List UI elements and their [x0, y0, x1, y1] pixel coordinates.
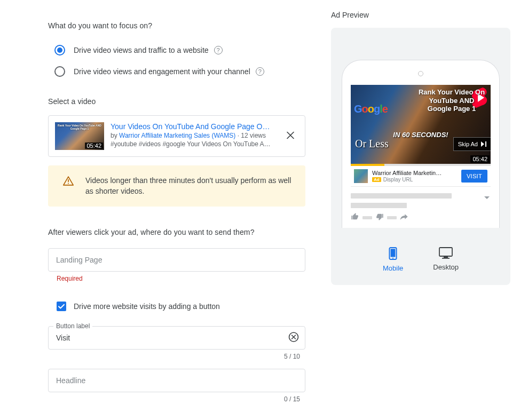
headline-counter: 0 / 15 — [48, 395, 300, 403]
skip-ad-button[interactable]: Skip Ad — [453, 137, 491, 151]
preview-video: Google Rank Your Video On YouTube AND Go… — [351, 85, 491, 164]
destination-heading: After viewers click your ad, where do yo… — [48, 228, 305, 236]
help-icon[interactable]: ? — [214, 46, 223, 54]
skeleton-pill — [362, 216, 372, 219]
preview-overlay-sub2: Or Less — [355, 138, 389, 150]
focus-option-traffic[interactable]: Drive video views and traffic to a websi… — [48, 39, 305, 61]
preview-cta-button[interactable]: VISIT — [461, 170, 487, 183]
add-button-checkbox-row[interactable]: Drive more website visits by adding a bu… — [57, 302, 305, 311]
device-mobile[interactable]: Mobile — [383, 247, 403, 272]
clear-button-label[interactable] — [288, 331, 299, 344]
video-thumbnail[interactable]: Rank Your Video On YouTube AND Google Pa… — [55, 122, 104, 150]
selected-video-card: Rank Your Video On YouTube AND Google Pa… — [48, 115, 305, 157]
video-subline-1: by Warrior Affiliate Marketing Sales (WA… — [111, 132, 292, 139]
preview-display-url: Display URL — [383, 177, 413, 183]
headline-field[interactable] — [48, 369, 305, 392]
button-label-input[interactable] — [56, 334, 297, 342]
device-mobile-label: Mobile — [383, 264, 403, 272]
svg-rect-7 — [444, 257, 448, 258]
skip-icon — [481, 141, 486, 147]
device-toggle: Mobile Desktop — [383, 247, 459, 272]
warning-icon — [63, 176, 74, 186]
focus-heading: What do you want to focus on? — [48, 21, 305, 30]
ad-preview-panel: Google Rank Your Video On YouTube AND Go… — [331, 28, 510, 285]
add-button-checkbox-label: Drive more website visits by adding a bu… — [74, 302, 220, 311]
select-video-heading: Select a video — [48, 97, 305, 106]
chevron-down-icon[interactable] — [484, 196, 490, 199]
remove-video-button[interactable] — [287, 132, 294, 141]
thumbs-up-icon[interactable] — [351, 212, 359, 223]
video-subline-2: #youtube #videos #google Your Videos On … — [111, 140, 292, 148]
focus-option-engagement[interactable]: Drive video views and engagement with yo… — [48, 61, 305, 82]
close-icon — [287, 132, 294, 139]
preview-action-row — [351, 212, 491, 223]
help-icon[interactable]: ? — [256, 67, 264, 76]
video-title-link[interactable]: Your Videos On YouTube And Google Page O… — [111, 122, 281, 131]
phone-speaker-icon — [418, 71, 423, 76]
clear-circle-icon — [288, 331, 299, 342]
channel-avatar — [354, 169, 368, 183]
landing-page-required: Required — [57, 275, 305, 282]
radio-icon — [54, 66, 65, 77]
svg-rect-0 — [68, 179, 69, 182]
focus-option-engagement-label: Drive video views and engagement with yo… — [74, 67, 250, 76]
landing-page-field[interactable] — [48, 248, 305, 272]
check-icon — [58, 303, 65, 310]
headline-input[interactable] — [56, 376, 297, 385]
desktop-icon — [439, 247, 453, 259]
svg-rect-4 — [391, 249, 396, 257]
preview-description-area — [351, 193, 491, 208]
preview-meta-row: Warrior Affiliate Marketin… Ad Display U… — [351, 166, 491, 187]
device-desktop-label: Desktop — [433, 263, 459, 271]
share-icon[interactable] — [400, 212, 408, 223]
preview-duration-badge: 05:42 — [470, 155, 490, 163]
video-length-warning: Videos longer than three minutes don't u… — [48, 165, 305, 207]
svg-point-5 — [392, 258, 393, 259]
ad-preview-title: Ad Preview — [331, 11, 510, 19]
button-label-counter: 5 / 10 — [48, 353, 300, 360]
svg-rect-8 — [442, 258, 450, 259]
focus-option-traffic-label: Drive video views and traffic to a websi… — [74, 46, 209, 54]
ad-badge: Ad — [372, 177, 381, 182]
video-duration-badge: 05:42 — [85, 142, 103, 149]
skeleton-pill — [387, 216, 397, 219]
svg-rect-1 — [68, 183, 69, 184]
radio-icon — [54, 45, 65, 56]
thumbnail-text: Rank Your Video On YouTube AND Google Pa… — [57, 124, 102, 130]
video-channel-link[interactable]: Warrior Affiliate Marketing Sales (WAMS) — [119, 132, 235, 139]
phone-frame: Google Rank Your Video On YouTube AND Go… — [342, 60, 500, 228]
preview-overlay-sub: IN 60 SECONDS! — [393, 131, 448, 139]
landing-page-input[interactable] — [56, 256, 297, 264]
google-logo-icon: Google — [354, 103, 388, 115]
warning-text: Videos longer than three minutes don't u… — [85, 175, 296, 197]
preview-channel-name: Warrior Affiliate Marketin… — [372, 170, 461, 176]
button-label-float: Button label — [53, 322, 92, 330]
thumbs-down-icon[interactable] — [375, 212, 384, 223]
mobile-icon — [389, 247, 397, 260]
preview-overlay-text: Rank Your Video On YouTube AND Google Pa… — [417, 88, 486, 113]
add-button-checkbox[interactable] — [57, 302, 66, 311]
svg-rect-6 — [439, 248, 452, 256]
device-desktop[interactable]: Desktop — [433, 247, 459, 272]
